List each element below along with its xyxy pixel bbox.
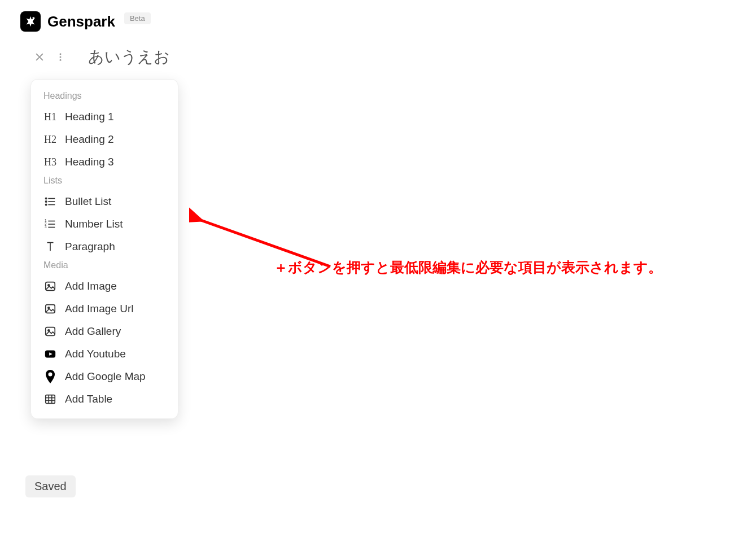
menu-item-label: Paragraph (65, 241, 115, 253)
menu-item-label: Add Image (65, 280, 117, 292)
logo-icon (20, 11, 41, 32)
insert-menu: Headings H1 Heading 1 H2 Heading 2 H3 He… (30, 79, 178, 419)
h1-icon: H1 (43, 110, 57, 124)
menu-item-add-image[interactable]: Add Image (31, 275, 178, 298)
h3-icon: H3 (43, 155, 57, 169)
brand-name: Genspark (47, 13, 115, 30)
menu-item-label: Number List (65, 218, 123, 230)
svg-rect-19 (46, 327, 55, 336)
menu-item-add-image-url[interactable]: Add Image Url (31, 298, 178, 320)
image-icon (43, 279, 57, 293)
svg-point-2 (60, 59, 62, 61)
youtube-icon (43, 347, 57, 361)
app-header: Genspark Beta (0, 0, 756, 43)
paragraph-icon (43, 240, 57, 254)
menu-item-heading-2[interactable]: H2 Heading 2 (31, 128, 178, 151)
svg-point-1 (60, 56, 62, 58)
menu-item-label: Bullet List (65, 195, 111, 208)
svg-point-7 (45, 204, 46, 205)
more-vertical-icon[interactable] (55, 51, 65, 63)
numbered-list-icon: 1 2 3 (43, 217, 57, 231)
svg-rect-17 (46, 305, 55, 313)
menu-section-lists: Lists (31, 173, 178, 190)
menu-item-heading-3[interactable]: H3 Heading 3 (31, 151, 178, 173)
toolbar-row: あいうえお (0, 46, 756, 68)
svg-point-22 (49, 373, 53, 377)
svg-point-0 (60, 53, 62, 55)
menu-item-label: Heading 2 (65, 133, 114, 146)
menu-section-media: Media (31, 258, 178, 275)
image-icon (43, 325, 57, 338)
document-title[interactable]: あいうえお (88, 46, 170, 68)
content-area: あいうえお Headings H1 Heading 1 H2 Heading 2… (0, 46, 756, 68)
svg-point-5 (45, 201, 46, 202)
h2-icon: H2 (43, 133, 57, 146)
map-pin-icon (43, 370, 57, 383)
beta-badge: Beta (124, 12, 151, 24)
menu-item-add-table[interactable]: Add Table (31, 388, 178, 410)
menu-item-label: Heading 3 (65, 156, 114, 168)
menu-item-number-list[interactable]: 1 2 3 Number List (31, 213, 178, 235)
menu-section-headings: Headings (31, 89, 178, 106)
image-icon (43, 302, 57, 316)
menu-item-heading-1[interactable]: H1 Heading 1 (31, 106, 178, 128)
close-icon[interactable] (34, 51, 45, 63)
menu-item-label: Add Table (65, 393, 112, 405)
svg-rect-23 (46, 395, 55, 404)
menu-item-label: Add Gallery (65, 325, 121, 338)
menu-item-label: Add Google Map (65, 370, 146, 383)
svg-point-3 (45, 198, 46, 199)
menu-item-add-google-map[interactable]: Add Google Map (31, 365, 178, 388)
svg-text:3: 3 (45, 225, 47, 229)
menu-item-add-gallery[interactable]: Add Gallery (31, 320, 178, 343)
menu-item-bullet-list[interactable]: Bullet List (31, 190, 178, 213)
svg-rect-15 (46, 282, 55, 291)
menu-item-label: Heading 1 (65, 111, 114, 123)
saved-status: Saved (25, 475, 76, 497)
bullet-list-icon (43, 195, 57, 208)
menu-item-label: Add Youtube (65, 348, 126, 360)
menu-item-paragraph[interactable]: Paragraph (31, 235, 178, 258)
annotation-text: ＋ボタンを押すと最低限編集に必要な項目が表示されます。 (274, 258, 662, 277)
menu-item-add-youtube[interactable]: Add Youtube (31, 343, 178, 365)
table-icon (43, 392, 57, 406)
menu-item-label: Add Image Url (65, 303, 133, 315)
